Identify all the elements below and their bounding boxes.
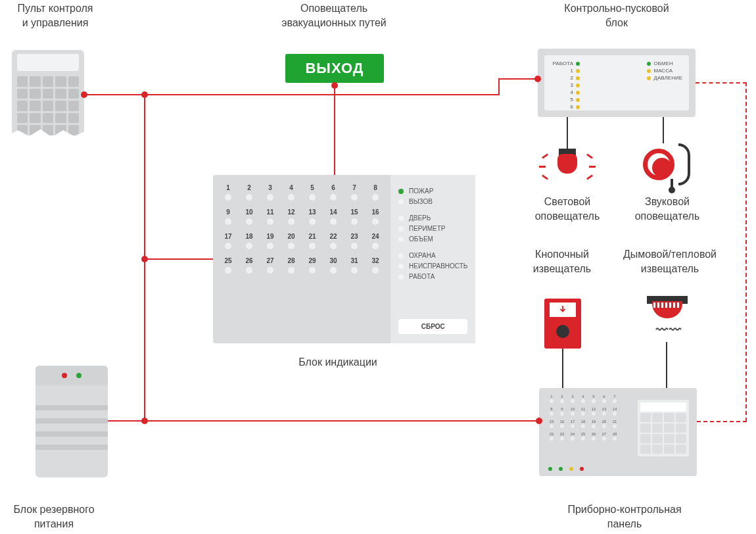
label-smoke-detector: Дымовой/тепловой извещатель (614, 247, 726, 277)
wire-node (141, 256, 148, 262)
status-дверь: ДВЕРЬ (398, 214, 467, 222)
call-point-icon (544, 299, 581, 349)
label-backup-power: Блок резервного питания (0, 502, 113, 532)
black-wire (666, 342, 667, 388)
label-button-detector: Кнопочный извещатель (513, 247, 611, 277)
light-alarm-icon (538, 146, 597, 192)
label-launch-block: Контрольно-пусковой блок (557, 1, 676, 31)
wire (498, 79, 500, 95)
wire (334, 83, 335, 175)
console-keys (17, 76, 79, 135)
black-wire (567, 117, 568, 149)
wire-dashed (697, 421, 747, 422)
wire (498, 78, 538, 80)
panel-keypad (638, 400, 689, 456)
instrument-panel-device: 1234567891011121314151617181920212223242… (539, 388, 697, 476)
backup-power-device (35, 366, 108, 477)
wire (145, 94, 500, 95)
status-работа: РАБОТА (398, 273, 467, 280)
status-периметр: ПЕРИМЕТР (398, 225, 467, 232)
smoke-detector-icon: 〰〰 (644, 296, 690, 342)
wire (108, 420, 145, 422)
reset-button[interactable]: СБРОС (398, 319, 467, 334)
status-неисправность: НЕИСПРАВНОСТЬ (398, 262, 467, 270)
black-wire (562, 349, 563, 388)
status-охрана: ОХРАНА (398, 252, 467, 259)
label-indication-block: Блок индикации (279, 355, 397, 370)
sound-alarm-icon (638, 143, 690, 196)
wire-dashed (696, 82, 747, 84)
wire (145, 258, 213, 260)
control-console-device (12, 50, 84, 135)
status-объем: ОБЪЕМ (398, 235, 467, 243)
label-exit-notifier: Оповещатель эвакуационных путей (275, 1, 393, 31)
wire-node (536, 418, 542, 424)
black-wire (663, 117, 664, 143)
label-light-notifier: Световой оповещатель (518, 195, 617, 224)
wire-dashed (745, 82, 747, 422)
indication-block-device: 1234567891011121314151617181920212223242… (213, 175, 463, 343)
status-пожар: ПОЖАР (398, 187, 467, 195)
launch-block-device: РАБОТА123456 ОБМЕНМАССАДАВЛЕНИЕ (538, 49, 696, 117)
label-instrument-panel: Приборно-контрольная панель (559, 502, 690, 532)
console-screen (17, 54, 79, 71)
wire (145, 420, 539, 422)
exit-sign: ВЫХОД (285, 54, 384, 83)
wire (84, 94, 145, 95)
label-sound-notifier: Звуковой оповещатель (618, 195, 717, 224)
label-control-console: Пульт контроля и управления (0, 1, 114, 31)
status-вызов: ВЫЗОВ (398, 198, 467, 205)
wire-node (331, 82, 338, 89)
wire-node (534, 76, 541, 82)
